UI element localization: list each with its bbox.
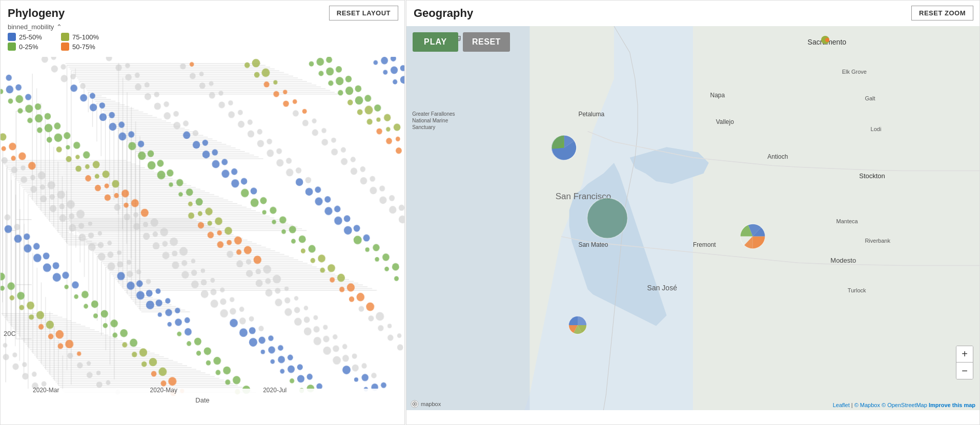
phylogeny-panel: Phylogeny RESET LAYOUT binned_mobility ⌃… <box>0 0 405 425</box>
osm-link[interactable]: © OpenStreetMap <box>882 402 927 408</box>
legend-label-3: 50-75% <box>72 43 95 51</box>
legend-item-0: 25-50% <box>8 33 46 41</box>
legend-label-0: 25-50% <box>19 33 42 41</box>
y-axis-label-20c: 20C <box>4 330 16 337</box>
legend-label-2: 75-100% <box>72 33 99 41</box>
legend-item-1: 0-25% <box>8 42 46 51</box>
legend-section: binned_mobility ⌃ 25-50% 75-100% 0-25% 5… <box>8 23 99 51</box>
x-axis-label: Date <box>195 396 209 404</box>
chevron-up-icon: ⌃ <box>56 23 62 31</box>
legend-color-0 <box>8 33 16 41</box>
reset-layout-button[interactable]: RESET LAYOUT <box>329 6 398 20</box>
legend-color-2 <box>61 33 69 41</box>
mapbox-logo-icon <box>411 400 419 408</box>
legend-item-2: 75-100% <box>61 33 99 41</box>
svg-point-18 <box>414 403 416 405</box>
legend-title: binned_mobility ⌃ <box>8 23 99 31</box>
reset-map-button[interactable]: RESET <box>463 32 510 52</box>
legend-color-3 <box>61 42 69 51</box>
legend-grid: 25-50% 75-100% 0-25% 50-75% <box>8 33 99 51</box>
legend-label-1: 0-25% <box>19 43 38 51</box>
geography-title: Geography <box>414 7 473 20</box>
zoom-out-button[interactable]: − <box>956 363 973 379</box>
x-tick-jul: 2020-Jul <box>263 387 287 394</box>
map-background <box>406 26 979 410</box>
phylogeny-title: Phylogeny <box>8 7 65 20</box>
x-tick-may: 2020-May <box>150 387 177 394</box>
map-container[interactable]: Healdsburg Sacramento Elk Grove Galt Lod… <box>406 26 979 410</box>
geography-panel: Geography RESET ZOOM Healdsburg Sacra <box>406 0 980 425</box>
legend-color-1 <box>8 42 16 51</box>
mapbox-attribution: mapbox <box>411 400 441 408</box>
mapbox-link[interactable]: © Mapbox <box>854 402 880 408</box>
play-button[interactable]: PLAY <box>413 32 458 52</box>
leaflet-link[interactable]: Leaflet <box>833 402 850 408</box>
improve-map-link[interactable]: Improve this map <box>929 402 975 408</box>
phylogeny-chart-area: 2020-Mar 2020-May 2020-Jul Date 20C <box>1 57 404 404</box>
svg-rect-8 <box>693 26 979 410</box>
leaflet-attribution: Leaflet | © Mapbox © OpenStreetMap Impro… <box>833 402 975 408</box>
legend-item-3: 50-75% <box>61 42 99 51</box>
reset-zoom-button[interactable]: RESET ZOOM <box>911 6 973 20</box>
x-tick-mar: 2020-Mar <box>33 387 59 394</box>
zoom-controls: + − <box>956 346 973 379</box>
zoom-in-button[interactable]: + <box>956 346 973 363</box>
